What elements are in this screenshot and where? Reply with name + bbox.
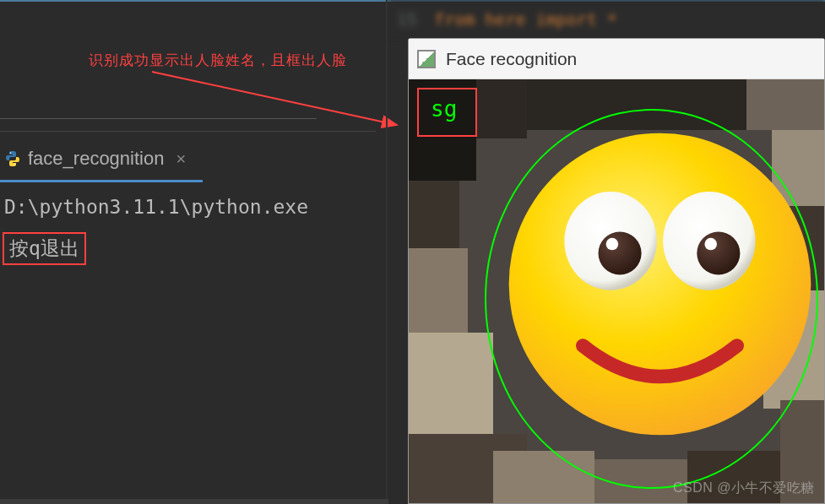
csdn-watermark: CSDN @小牛不爱吃糖 [673,480,815,497]
detected-name-text: sg [431,96,457,122]
code-fragment: from here import * [434,9,617,30]
divider2 [0,131,376,132]
terminal-tab[interactable]: face_recognition × [4,148,186,170]
opencv-icon [417,50,436,68]
exit-hint-text: 按q退出 [9,237,79,259]
line-number: 15 [397,9,417,30]
opencv-window[interactable]: Face recognition sg [408,38,825,504]
bottom-bar [0,499,388,504]
svg-line-1 [152,72,397,125]
divider [0,118,317,119]
code-background-top: 15 from here import * [388,0,825,38]
tab-title: face_recognition [28,148,164,170]
close-icon[interactable]: × [176,149,186,169]
detected-name-box: sg [417,88,477,137]
svg-point-3 [14,164,16,165]
vertical-splitter[interactable] [386,0,388,504]
svg-point-2 [10,152,12,154]
window-title: Face recognition [446,49,577,69]
python-icon [4,150,21,167]
window-titlebar[interactable]: Face recognition [409,39,824,79]
tab-active-underline [0,180,203,182]
exit-hint-box: 按q退出 [3,232,86,265]
terminal-output-path: D:\python3.11.1\python.exe [4,196,308,218]
window-content: sg [409,79,824,503]
annotation-text: 识别成功显示出人脸姓名，且框出人脸 [89,51,347,70]
face-detection-circle [485,109,818,489]
